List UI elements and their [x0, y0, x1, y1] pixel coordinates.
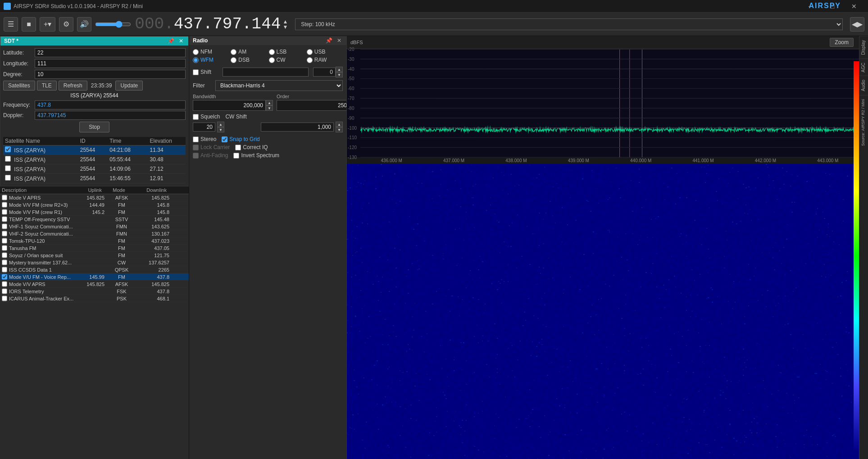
display-label[interactable]: Display	[859, 36, 868, 59]
freq-list-checkbox[interactable]	[2, 288, 7, 294]
agc-label[interactable]: AGC	[859, 59, 868, 76]
freq-list-checkbox[interactable]	[2, 281, 7, 287]
tle-button[interactable]: TLE	[37, 81, 57, 91]
lnb-button[interactable]: ◀▶	[850, 17, 864, 32]
mode-dsb[interactable]: DSB	[231, 57, 267, 63]
stereo-option[interactable]: Stereo	[193, 136, 216, 142]
sat-checkbox[interactable]	[5, 156, 11, 162]
freq-up-arrow[interactable]: ▲	[282, 19, 288, 24]
snap-to-grid-checkbox[interactable]	[222, 136, 227, 142]
add-button[interactable]: +▾	[40, 17, 55, 32]
freq-list-checkbox[interactable]	[2, 195, 7, 200]
filter-select[interactable]: Blackman-Harris 4 Rectangular Hann Hammi…	[215, 80, 343, 91]
stop-play-button[interactable]: ■	[22, 17, 36, 32]
shift-checkbox-label[interactable]: Shift	[193, 69, 220, 75]
radio-close-button[interactable]: ✕	[336, 37, 343, 44]
freq-list-item[interactable]: Mode V/V FM (crew R2+3) 144.49 FM 145.8	[0, 201, 189, 209]
freq-list-item[interactable]: Mystery transmitter 137.62... CW 137.625…	[0, 259, 189, 266]
satellite-row[interactable]: ISS (ZARYA) 25544 04:21:08 11.34	[3, 145, 186, 155]
stop-button[interactable]: Stop	[79, 122, 109, 132]
cwshift-up-btn[interactable]: ▲	[336, 122, 343, 127]
latitude-input[interactable]	[35, 48, 186, 57]
freq-list-item[interactable]: Mode V/V FM (crew R1) 145.2 FM 145.8	[0, 209, 189, 216]
freq-list-checkbox[interactable]	[2, 202, 7, 208]
source-label[interactable]: Source: AIRSPY R2 / Mini	[859, 95, 868, 150]
radio-pin-button[interactable]: 📌	[324, 37, 334, 44]
settings-button[interactable]: ⚙	[59, 17, 73, 32]
squelch-value[interactable]	[193, 123, 215, 132]
correct-iq-checkbox[interactable]	[235, 145, 241, 150]
satellite-row[interactable]: ISS (ZARYA) 25544 15:46:55 12.91	[3, 174, 186, 183]
freq-list-checkbox[interactable]	[2, 223, 7, 229]
freq-list-checkbox[interactable]	[2, 259, 7, 265]
mode-nfm[interactable]: NFM	[193, 49, 229, 55]
satellites-button[interactable]: Satellites	[3, 81, 35, 91]
stereo-checkbox[interactable]	[193, 136, 199, 142]
freq-list-checkbox[interactable]	[2, 216, 7, 222]
freq-list-item[interactable]: Tanusha FM FM 437.05	[0, 245, 189, 252]
refresh-button[interactable]: Refresh	[59, 81, 87, 91]
sdt-close-button[interactable]: ✕	[177, 38, 185, 44]
freq-list-checkbox[interactable]	[2, 238, 7, 244]
bandwidth-up-btn[interactable]: ▲	[266, 100, 273, 105]
sat-checkbox[interactable]	[5, 175, 11, 181]
degree-input[interactable]	[35, 70, 186, 79]
freq-list-checkbox[interactable]	[2, 245, 7, 251]
freq-list-item[interactable]: Tomsk-TPU-120 FM 437.023	[0, 237, 189, 245]
freq-list-checkbox[interactable]	[2, 231, 7, 236]
step-select[interactable]: Step: 100 kHz	[295, 18, 843, 30]
mode-wfm[interactable]: WFM	[193, 57, 229, 63]
freq-list-item[interactable]: Mode V/V APRS 145.825 AFSK 145.825	[0, 281, 189, 288]
frequency-input[interactable]	[35, 100, 186, 109]
close-button[interactable]: ✕	[844, 0, 864, 13]
mode-raw[interactable]: RAW	[307, 57, 343, 63]
shift-up-btn[interactable]: ▲	[336, 67, 343, 72]
squelch-checkbox[interactable]	[193, 114, 199, 120]
freq-list-checkbox[interactable]	[2, 295, 7, 301]
freq-list-item[interactable]: ISS CCSDS Data 1 QPSK 2265	[0, 266, 189, 273]
satellite-row[interactable]: ISS (ZARYA) 25544 05:55:44 30.48	[3, 155, 186, 164]
shift-down-btn[interactable]: ▼	[336, 72, 343, 77]
freq-arrows[interactable]: ▲ ▼	[282, 19, 288, 30]
invert-spectrum-option[interactable]: Invert Spectrum	[233, 152, 279, 159]
satellite-row[interactable]: ISS (ZARYA) 25544 14:09:06 27.12	[3, 164, 186, 174]
shift-input[interactable]	[223, 68, 309, 77]
audio-button[interactable]: 🔊	[77, 17, 91, 32]
mode-am[interactable]: AM	[231, 49, 267, 55]
zoom-button[interactable]: Zoom	[830, 38, 854, 47]
squelch-up-btn[interactable]: ▲	[217, 122, 224, 127]
freq-list-checkbox[interactable]	[2, 267, 7, 273]
freq-list-item[interactable]: Soyuz / Orlan space suit FM 121.75	[0, 252, 189, 259]
mode-usb[interactable]: USB	[307, 49, 343, 55]
freq-down-arrow[interactable]: ▼	[282, 24, 288, 30]
menu-button[interactable]: ☰	[4, 17, 18, 32]
freq-list-checkbox[interactable]	[2, 252, 7, 258]
longitude-input[interactable]	[35, 59, 186, 68]
volume-slider[interactable]	[95, 21, 131, 28]
order-input[interactable]	[277, 100, 347, 111]
doppler-input[interactable]	[35, 111, 186, 120]
freq-list-item[interactable]: Mode V APRS 145.825 AFSK 145.825	[0, 194, 189, 201]
squelch-label-row[interactable]: Squelch	[193, 114, 220, 120]
snap-to-grid-option[interactable]: Snap to Grid	[222, 136, 259, 142]
mode-lsb[interactable]: LSB	[269, 49, 305, 55]
freq-list-item[interactable]: Mode V/U FM - Voice Rep... 145.99 FM 437…	[0, 273, 189, 281]
sat-checkbox[interactable]	[5, 146, 11, 152]
sat-checkbox[interactable]	[5, 165, 11, 171]
freq-list-item[interactable]: TEMP Off-Frequency SSTV SSTV 145.48	[0, 216, 189, 223]
freq-list-checkbox[interactable]	[2, 209, 7, 215]
bandwidth-input[interactable]	[193, 100, 266, 111]
freq-list-checkbox[interactable]	[2, 274, 7, 280]
cwshift-down-btn[interactable]: ▼	[336, 127, 343, 132]
audio-label[interactable]: Audio	[859, 76, 868, 95]
shift-checkbox[interactable]	[193, 69, 199, 75]
freq-list-item[interactable]: VHF-2 Soyuz Communicati... FMN 130.167	[0, 230, 189, 237]
bandwidth-down-btn[interactable]: ▼	[266, 105, 273, 111]
update-button[interactable]: Update	[115, 81, 143, 91]
invert-spectrum-checkbox[interactable]	[233, 153, 239, 159]
cwshift-value[interactable]	[261, 123, 334, 132]
sdt-pin-button[interactable]: 📌	[166, 38, 176, 44]
correct-iq-option[interactable]: Correct IQ	[235, 144, 268, 150]
mode-cw[interactable]: CW	[269, 57, 305, 63]
freq-list-item[interactable]: VHF-1 Soyuz Communicati... FMN 143.625	[0, 223, 189, 230]
